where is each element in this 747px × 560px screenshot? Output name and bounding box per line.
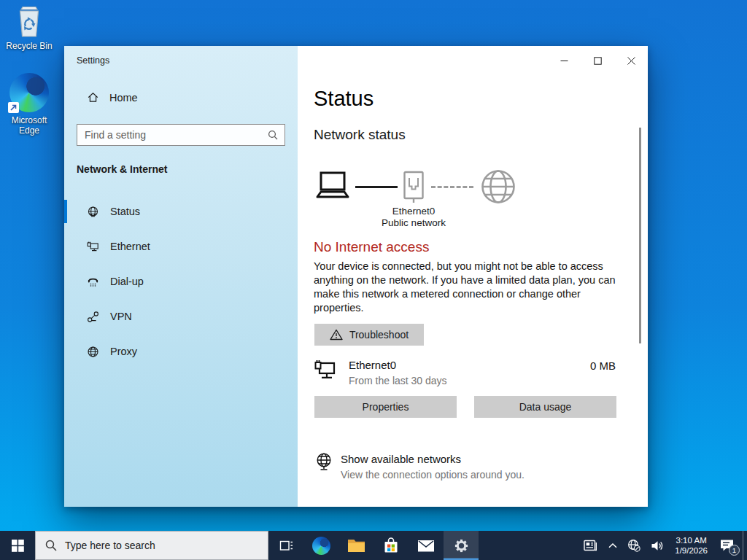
ethernet-node: Ethernet0 Public network [403, 171, 425, 203]
taskbar-search-box[interactable]: Type here to search [35, 531, 268, 560]
alert-title: No Internet access [314, 239, 429, 255]
speaker-icon [651, 540, 664, 551]
warning-icon [330, 329, 343, 341]
show-available-networks-subtitle: View the connection options around you. [341, 469, 525, 481]
sidebar-item-ethernet[interactable]: Ethernet [64, 233, 298, 260]
vpn-icon [87, 311, 99, 323]
dialup-icon [87, 276, 99, 288]
desktop-icon-label: Microsoft Edge [1, 115, 58, 136]
network-type: Public network [382, 217, 446, 229]
properties-button[interactable]: Properties [314, 396, 457, 418]
show-desktop-button[interactable] [743, 531, 747, 560]
page-title: Status [314, 87, 374, 111]
internet-dashed-line [431, 186, 473, 188]
mail-icon [417, 539, 435, 553]
shortcut-arrow-icon [8, 102, 19, 113]
volume-tray-button[interactable] [646, 531, 669, 560]
sidebar-home-label: Home [109, 92, 138, 104]
search-icon [268, 130, 278, 140]
sidebar-item-label: Proxy [110, 346, 137, 357]
maximize-button[interactable] [581, 46, 614, 75]
settings-content: Status Network status Ethernet0 [298, 46, 648, 507]
adapter-name: Ethernet0 [382, 206, 446, 217]
troubleshoot-label: Troubleshoot [349, 329, 409, 341]
edge-icon [9, 73, 49, 112]
notification-badge: 1 [729, 545, 740, 556]
usage-adapter-name: Ethernet0 [349, 359, 396, 371]
taskbar: Type here to search [0, 531, 747, 560]
task-view-icon [279, 539, 293, 552]
desktop-icon-recycle-bin[interactable]: Recycle Bin [1, 4, 58, 51]
tray-overflow-button[interactable] [603, 531, 622, 560]
close-icon [627, 57, 635, 65]
data-usage-button[interactable]: Data usage [474, 396, 616, 418]
news-icon [584, 540, 598, 552]
taskbar-edge-button[interactable] [303, 531, 338, 560]
taskbar-settings-button[interactable] [444, 531, 479, 560]
taskbar-store-button[interactable] [374, 531, 409, 560]
data-usage-label: Data usage [519, 401, 572, 413]
usage-amount: 0 MB [590, 359, 616, 372]
start-button[interactable] [0, 531, 35, 560]
windows-logo-icon [12, 540, 24, 552]
gear-icon [454, 538, 469, 553]
properties-label: Properties [363, 401, 409, 413]
sidebar-nav: Status Ethernet [64, 198, 298, 373]
sidebar-item-dialup[interactable]: Dial-up [64, 268, 298, 295]
clock-time: 3:10 AM [676, 535, 707, 545]
ethernet-adapter-icon [314, 359, 336, 382]
news-and-interests-button[interactable] [578, 531, 603, 560]
minimize-button[interactable] [547, 46, 581, 75]
sidebar-item-label: Ethernet [110, 241, 150, 252]
usage-period: From the last 30 days [349, 375, 447, 386]
action-center-button[interactable]: 1 [713, 531, 743, 560]
troubleshoot-button[interactable]: Troubleshoot [314, 324, 424, 346]
sidebar-item-proxy[interactable]: Proxy [64, 338, 298, 365]
network-tray-button[interactable] [622, 531, 646, 560]
taskbar-search-placeholder: Type here to search [65, 540, 155, 551]
sidebar-item-label: VPN [110, 311, 132, 322]
ethernet-port-icon [403, 171, 425, 203]
taskbar-clock[interactable]: 3:10 AM 1/9/2026 [669, 531, 713, 560]
close-button[interactable] [614, 46, 648, 75]
show-available-networks-link[interactable]: Show available networks [341, 453, 461, 465]
network-status-icon [87, 206, 99, 218]
proxy-globe-icon [87, 346, 99, 358]
sidebar-item-home[interactable]: Home [87, 91, 138, 104]
ethernet-node-labels: Ethernet0 Public network [382, 206, 446, 229]
search-icon [45, 540, 57, 551]
available-networks-icon[interactable] [315, 453, 333, 472]
settings-search-box[interactable] [77, 124, 285, 146]
sidebar-section-title: Network & Internet [77, 163, 167, 175]
edge-icon [312, 537, 330, 555]
home-icon [87, 91, 99, 104]
network-diagram: Ethernet0 Public network [315, 166, 516, 207]
clock-date: 1/9/2026 [675, 545, 708, 556]
sidebar-item-vpn[interactable]: VPN [64, 303, 298, 330]
sidebar-item-label: Status [110, 206, 140, 217]
window-controls [547, 46, 648, 75]
maximize-icon [594, 57, 602, 65]
scrollbar-thumb[interactable] [639, 128, 641, 343]
window-title: Settings [77, 55, 109, 66]
chevron-up-icon [608, 543, 617, 548]
alert-body: Your device is connected, but you might … [314, 260, 620, 315]
laptop-icon [315, 171, 350, 203]
network-no-internet-icon [627, 539, 640, 552]
desktop-icon-label: Recycle Bin [6, 41, 52, 51]
task-view-button[interactable] [268, 531, 303, 560]
ethernet-icon [87, 241, 99, 253]
connection-line [355, 186, 398, 188]
recycle-bin-icon [14, 4, 44, 38]
file-explorer-icon [347, 538, 365, 553]
minimize-icon [560, 57, 568, 65]
settings-window: Settings Home Network & Internet [64, 46, 648, 507]
system-tray: 3:10 AM 1/9/2026 1 [578, 531, 747, 560]
desktop-icon-microsoft-edge[interactable]: Microsoft Edge [1, 73, 58, 136]
sidebar-item-label: Dial-up [110, 276, 144, 287]
sidebar-item-status[interactable]: Status [64, 198, 298, 225]
settings-search-input[interactable] [77, 129, 268, 141]
taskbar-mail-button[interactable] [409, 531, 444, 560]
internet-globe-icon [480, 168, 516, 205]
taskbar-file-explorer-button[interactable] [338, 531, 374, 560]
